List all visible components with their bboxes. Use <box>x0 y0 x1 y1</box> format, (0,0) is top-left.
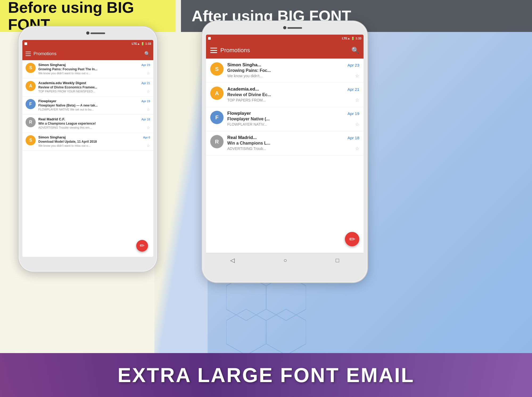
email-item[interactable]: S Simon Singharaj Apr 23 Growing Pains: … <box>22 60 153 78</box>
sender-name: Academia.ed... <box>227 87 259 92</box>
email-subject: Win a Champions League experience! <box>38 122 150 125</box>
star-icon[interactable]: ☆ <box>355 73 359 79</box>
avatar: F <box>26 99 36 109</box>
email-subject: Growing Pains: Foc... <box>227 68 359 73</box>
star-icon[interactable]: ☆ <box>147 144 150 148</box>
email-content: Flowplayer Apr 19 Flowplayer Native (Bet… <box>38 99 150 112</box>
svg-marker-2 <box>226 309 266 354</box>
email-date: Apr 19 <box>142 100 150 103</box>
avatar: R <box>26 117 36 127</box>
bottom-banner: EXTRA LARGE FONT EMAIL <box>0 353 532 397</box>
avatar: A <box>26 81 36 91</box>
email-content: Real Madrid... Apr 18 Win a Champions L.… <box>227 135 359 152</box>
email-preview: FLOWPLAYER NATIVE We set out to bu... ☆ <box>38 107 150 112</box>
status-info-after: LTE▲ 🔋 1:33 <box>342 37 361 40</box>
sender-name: Simon Singharaj <box>38 135 66 139</box>
email-content: Simon Singha... Apr 23 Growing Pains: Fo… <box>227 62 359 79</box>
nav-recent[interactable]: □ <box>336 257 339 264</box>
sender-name: Flowplayer <box>38 99 56 103</box>
email-item[interactable]: S Simon Singharaj Apr 6 Download Model U… <box>22 133 153 151</box>
status-bar-after: LTE▲ 🔋 1:33 <box>206 35 364 42</box>
email-preview: TOP PAPERS FROM... ☆ <box>227 97 359 103</box>
star-icon[interactable]: ☆ <box>355 146 359 152</box>
background-divider <box>154 0 208 397</box>
sender-name: Real Madrid C.F. <box>38 117 65 121</box>
email-content: Academia.ed... Apr 21 Review of Divine E… <box>227 87 359 103</box>
email-date: Apr 21 <box>142 81 150 85</box>
avatar: F <box>210 111 224 124</box>
sender-name: Simon Singharaj <box>38 63 66 67</box>
nav-back[interactable]: ◁ <box>230 257 235 264</box>
email-date: Apr 18 <box>142 118 150 121</box>
svg-marker-3 <box>266 309 306 354</box>
email-list-before: S Simon Singharaj Apr 23 Growing Pains: … <box>22 60 153 151</box>
star-icon[interactable]: ☆ <box>355 97 359 103</box>
email-item[interactable]: F Flowplayer Apr 19 Flowplayer Native (B… <box>22 96 153 114</box>
sender-name: Flowplayer <box>227 111 251 116</box>
email-subject: Flowplayer Native (... <box>227 117 359 121</box>
nav-bar-after: ◁ ○ □ <box>206 253 364 268</box>
email-content: Flowplayer Apr 19 Flowplayer Native (...… <box>227 111 359 127</box>
email-preview: TOP PAPERS FROM YOUR NEWSFEED... ☆ <box>38 89 150 93</box>
search-icon-before[interactable]: 🔍 <box>144 51 150 57</box>
star-icon[interactable]: ☆ <box>147 71 150 75</box>
avatar: R <box>210 135 224 148</box>
email-item[interactable]: A Academia.edu Weekly Digest Apr 21 Revi… <box>22 78 153 96</box>
avatar: S <box>210 62 224 76</box>
email-content: Simon Singharaj Apr 23 Growing Pains: Fo… <box>38 63 150 75</box>
phone-before-frame: LTE▲ 🔋 1:33 Promotions 🔍 S Simon Singhar… <box>19 27 157 272</box>
phone-before: LTE▲ 🔋 1:33 Promotions 🔍 S Simon Singhar… <box>19 27 157 272</box>
hamburger-icon-before[interactable] <box>26 52 31 56</box>
avatar: A <box>210 87 224 100</box>
star-icon[interactable]: ☆ <box>355 121 359 127</box>
email-preview: FLOWPLAYER NATIV... ☆ <box>227 121 359 127</box>
email-subject: Flowplayer Native (Beta) — A new tak... <box>38 104 150 107</box>
star-icon[interactable]: ☆ <box>147 125 150 130</box>
compose-fab-after[interactable]: ✏ <box>345 232 359 246</box>
email-item[interactable]: R Real Madrid C.F. Apr 18 Win a Champion… <box>22 114 153 133</box>
search-icon-after[interactable]: 🔍 <box>351 47 359 54</box>
email-item[interactable]: F Flowplayer Apr 19 Flowplayer Native (.… <box>206 107 364 131</box>
email-date: Apr 23 <box>142 63 150 67</box>
email-date: Apr 23 <box>348 63 359 67</box>
email-preview: ADVERTISING Trouble viewing this em... ☆ <box>38 125 150 130</box>
phone-after-screen: LTE▲ 🔋 1:33 Promotions 🔍 S Simon Singha.… <box>206 35 364 268</box>
email-content: Simon Singharaj Apr 6 Download Model Upd… <box>38 135 150 148</box>
email-content: Academia.edu Weekly Digest Apr 21 Review… <box>38 81 150 93</box>
hamburger-icon-after[interactable] <box>210 48 217 53</box>
star-icon[interactable]: ☆ <box>147 107 150 112</box>
gmail-toolbar-after: Promotions 🔍 <box>206 42 364 59</box>
sender-name: Simon Singha... <box>227 62 261 68</box>
email-date: Apr 21 <box>348 87 359 92</box>
nav-home[interactable]: ○ <box>283 257 287 264</box>
email-subject: Review of Divine Economics Framew... <box>38 85 150 89</box>
sender-name: Real Madrid... <box>227 135 257 140</box>
email-preview: ADVERTISING Troub... ☆ <box>227 146 359 152</box>
hex-pattern <box>226 275 306 354</box>
email-item[interactable]: A Academia.ed... Apr 21 Review of Divine… <box>206 83 364 107</box>
star-icon[interactable]: ☆ <box>147 89 150 93</box>
toolbar-title-before: Promotions <box>34 51 142 56</box>
gmail-toolbar-before: Promotions 🔍 <box>22 47 153 60</box>
email-date: Apr 6 <box>143 136 150 139</box>
avatar: S <box>26 63 36 73</box>
email-preview: We know you didn't want to miss out o...… <box>38 144 150 148</box>
email-list-after: S Simon Singha... Apr 23 Growing Pains: … <box>206 59 364 155</box>
status-square-before <box>24 42 27 45</box>
email-item[interactable]: R Real Madrid... Apr 18 Win a Champions … <box>206 131 364 155</box>
email-subject: Growing Pains: Focusing Past The In... <box>38 67 150 71</box>
status-info-before: LTE▲ 🔋 1:33 <box>132 42 151 46</box>
email-subject: Review of Divine Ec... <box>227 92 359 97</box>
sender-name: Academia.edu Weekly Digest <box>38 81 86 85</box>
phone-before-screen: LTE▲ 🔋 1:33 Promotions 🔍 S Simon Singhar… <box>22 40 153 257</box>
status-square-after <box>208 37 211 40</box>
email-item[interactable]: S Simon Singha... Apr 23 Growing Pains: … <box>206 59 364 83</box>
bottom-banner-text: EXTRA LARGE FONT EMAIL <box>118 363 414 387</box>
email-date: Apr 18 <box>348 136 359 140</box>
email-subject: Download Model Update, 11 April 2018 <box>38 140 150 144</box>
toolbar-title-after: Promotions <box>220 47 348 54</box>
email-preview: We know you didn't want to miss out o...… <box>38 71 150 75</box>
email-subject: Win a Champions L... <box>227 141 359 146</box>
email-preview: We know you didn't... ☆ <box>227 73 359 79</box>
compose-fab-before[interactable]: ✏ <box>136 240 148 252</box>
